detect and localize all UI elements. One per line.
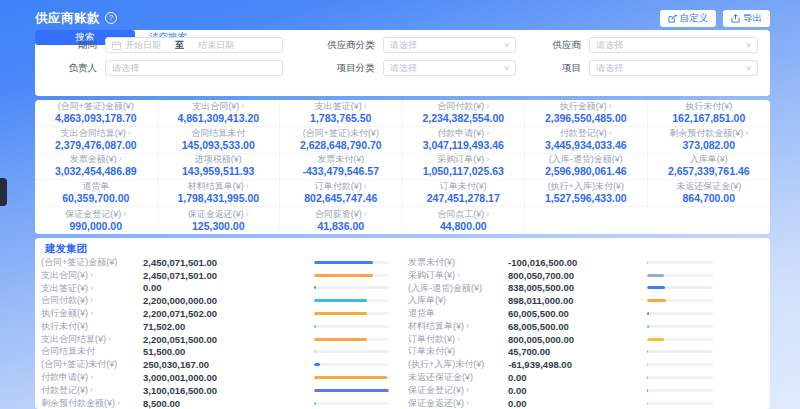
stat-cell[interactable]: 付款申请(¥)›3,047,119,493.46 — [403, 127, 526, 154]
metric-value: 2,450,071,501.00 — [143, 270, 217, 281]
metric-row: 支出合同(¥)›2,450,071,501.00 — [41, 269, 397, 282]
help-icon[interactable]: ? — [105, 12, 117, 24]
stat-value: 145,093,533.00 — [182, 139, 255, 152]
metric-value: 800,050,700.00 — [508, 270, 574, 281]
stat-value: 125,300.00 — [192, 220, 245, 233]
stat-value: 864,700.00 — [682, 192, 735, 205]
group-title[interactable]: 建发集团 — [45, 242, 87, 256]
stat-cell[interactable]: 支出合同结算(¥)›2,379,476,087.00 — [35, 127, 158, 154]
top-bar: 供应商账款 ? 自定义 导出 — [35, 8, 770, 28]
stat-cell[interactable]: 保证金登记(¥)›990,000.00 — [35, 207, 158, 234]
stat-cell[interactable]: 付款登记(¥)›3,445,934,033.46 — [525, 127, 648, 154]
stat-value: 3,032,454,486.89 — [55, 165, 137, 178]
export-icon — [731, 14, 740, 23]
metric-label-text: 支出合同(¥) — [41, 270, 88, 280]
stat-label-text: 付款登记(¥) — [560, 128, 607, 138]
export-label: 导出 — [743, 12, 762, 25]
metric-label[interactable]: 材料结算单(¥)› — [408, 320, 508, 333]
stat-cell[interactable]: 材料结算单(¥)›1,798,431,995.00 — [158, 180, 281, 207]
stat-cell[interactable]: 支出签证(¥)›1,783,765.50 — [280, 100, 403, 127]
start-date-placeholder: 开始日期 — [125, 39, 161, 52]
customize-button[interactable]: 自定义 — [660, 10, 717, 27]
metric-label[interactable]: 保证金返还(¥)› — [408, 397, 508, 409]
stat-cell[interactable]: 剩余预付款金额(¥)›373,082.00 — [648, 127, 771, 154]
stat-cell[interactable]: 合同付款(¥)›2,234,382,554.00 — [403, 100, 526, 127]
stat-label: 合同点工(¥)› — [437, 209, 489, 220]
link-arrow-icon: › — [466, 321, 469, 331]
select-placeholder: 请选择 — [596, 62, 623, 75]
supplier-category-select[interactable]: 请选择 ∨ — [383, 37, 516, 53]
stat-label: 进项税额(¥) — [195, 154, 242, 165]
metric-bar-track — [647, 299, 713, 302]
metric-bar-fill — [647, 325, 649, 328]
collapsed-sidebar-handle[interactable] — [0, 178, 7, 206]
metric-label[interactable]: 执行金额(¥)› — [41, 307, 143, 320]
metric-bar-fill — [647, 299, 666, 302]
metric-label-text: 未返还保证金(¥) — [408, 372, 473, 382]
stat-value: 2,379,476,087.00 — [55, 139, 137, 152]
stat-label: 材料结算单(¥)› — [188, 181, 249, 192]
metric-bar-fill — [647, 376, 648, 379]
metric-bar-track — [647, 350, 713, 353]
stats-grid: (合同+签证)金额(¥)4,863,093,178.70支出合同(¥)›4,86… — [35, 100, 770, 234]
stat-value: 4,863,093,178.70 — [55, 112, 137, 125]
metric-label[interactable]: 支出合同(¥)› — [41, 269, 143, 282]
metric-label-text: 入库单(¥) — [408, 295, 446, 305]
metric-label[interactable]: 采购订单(¥)› — [408, 269, 508, 282]
link-arrow-icon: › — [108, 334, 111, 344]
stat-label: 保证金登记(¥)› — [65, 209, 126, 220]
metric-label[interactable]: 付款申请(¥)› — [41, 371, 143, 384]
stat-value: 2,628,648,790.70 — [300, 139, 382, 152]
stat-cell[interactable]: 保证金返还(¥)›125,300.00 — [158, 207, 281, 234]
stat-cell: (入库-退货)金额(¥)2,596,980,061.46 — [525, 154, 648, 181]
metric-row: 合同付款(¥)›2,200,000,000.00 — [41, 294, 397, 307]
metric-row: 订单付款(¥)›800,005,000.00 — [408, 333, 770, 346]
stat-cell[interactable]: 执行金额(¥)›2,396,550,485.00 — [525, 100, 648, 127]
stat-cell[interactable]: 支出合同(¥)›4,861,309,413.20 — [158, 100, 281, 127]
metric-label[interactable]: 订单付款(¥)› — [408, 333, 508, 346]
metric-label[interactable]: 保证金登记(¥)› — [408, 384, 508, 397]
metric-bar-fill — [314, 338, 367, 341]
metric-label[interactable]: 支出合同结算(¥)› — [41, 333, 143, 346]
metric-label-text: 执行未付(¥) — [41, 321, 88, 331]
metric-label[interactable]: 合同付款(¥)› — [41, 294, 143, 307]
stat-label-text: (合同+签证)金额(¥) — [58, 101, 134, 111]
project-category-select[interactable]: 请选择 ∨ — [383, 60, 516, 76]
stat-value: 143,959,511.93 — [182, 165, 254, 178]
link-arrow-icon: › — [90, 283, 93, 293]
metric-label[interactable]: 剩余预付款金额(¥)› — [41, 397, 143, 409]
metric-label-text: 支出签证(¥) — [41, 283, 88, 293]
metric-bar-track — [314, 350, 389, 353]
supplier-select[interactable]: 请选择 ∨ — [589, 37, 758, 53]
link-arrow-icon: › — [123, 209, 126, 219]
stat-cell[interactable]: 合同点工(¥)›44,800.00 — [403, 207, 526, 234]
metric-bar-fill — [647, 261, 648, 264]
metric-bar-fill — [314, 325, 316, 328]
project-select[interactable]: 请选择 ∨ — [589, 60, 758, 76]
metric-bar-track — [314, 325, 389, 328]
stat-label-text: 剩余预付款金额(¥) — [669, 128, 743, 138]
metric-value: 2,200,071,502.00 — [143, 308, 217, 319]
owner-select[interactable]: 请选择 — [105, 60, 283, 76]
export-button[interactable]: 导出 — [723, 10, 770, 27]
metric-label: (执行+入库)未付(¥) — [408, 358, 508, 371]
metric-label[interactable]: 付款登记(¥)› — [41, 384, 143, 397]
metric-label-text: 退货单 — [408, 308, 435, 318]
stat-cell[interactable]: 采购订单(¥)›1,050,117,025.63 — [403, 154, 526, 181]
date-range-input[interactable]: 开始日期 至 结束日期 — [105, 37, 283, 53]
metric-row: 合同结算未付51,500.00 — [41, 346, 397, 359]
metric-row: 发票未付(¥)-100,016,500.00 — [408, 256, 770, 269]
metric-row: 订单未付(¥)45,700.00 — [408, 346, 770, 359]
stat-label: 入库单(¥) — [690, 154, 728, 165]
stat-cell: 合同结算未付145,093,533.00 — [158, 127, 281, 154]
stat-cell[interactable]: 订单付款(¥)›802,645,747.46 — [280, 180, 403, 207]
stat-cell[interactable]: 合同薪资(¥)›41,836.00 — [280, 207, 403, 234]
stat-label-text: 执行未付(¥) — [685, 101, 732, 111]
stat-cell[interactable]: 发票金额(¥)›3,032,454,486.89 — [35, 154, 158, 181]
project-label: 项目 — [529, 62, 581, 75]
select-placeholder: 请选择 — [390, 62, 417, 75]
metric-bar-fill — [647, 312, 649, 315]
metric-label[interactable]: 支出签证(¥)› — [41, 282, 143, 295]
metric-bar-fill — [647, 286, 665, 289]
stat-cell: (合同+签证)金额(¥)4,863,093,178.70 — [35, 100, 158, 127]
